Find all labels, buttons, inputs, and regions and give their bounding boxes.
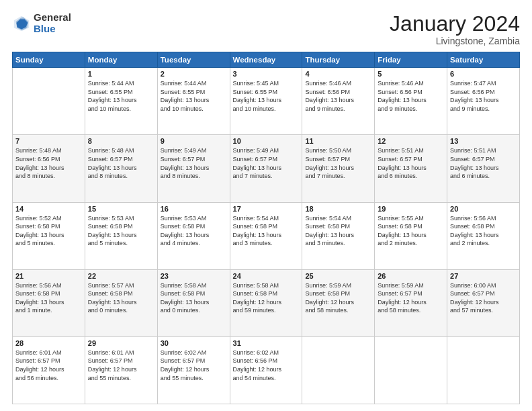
table-row: 2Sunrise: 5:44 AM Sunset: 6:55 PM Daylig… bbox=[157, 68, 230, 135]
table-row: 14Sunrise: 5:52 AM Sunset: 6:58 PM Dayli… bbox=[13, 202, 85, 269]
day-number: 8 bbox=[88, 137, 154, 145]
col-friday: Friday bbox=[375, 52, 447, 68]
day-number: 25 bbox=[305, 272, 371, 280]
calendar-header-row: Sunday Monday Tuesday Wednesday Thursday… bbox=[13, 52, 520, 68]
table-row: 11Sunrise: 5:50 AM Sunset: 6:57 PM Dayli… bbox=[302, 135, 375, 202]
day-number: 16 bbox=[161, 205, 227, 213]
logo-icon bbox=[12, 14, 31, 33]
day-number: 1 bbox=[88, 70, 154, 78]
table-row: 17Sunrise: 5:54 AM Sunset: 6:58 PM Dayli… bbox=[230, 202, 302, 269]
table-row: 10Sunrise: 5:49 AM Sunset: 6:57 PM Dayli… bbox=[230, 135, 302, 202]
day-info: Sunrise: 6:00 AM Sunset: 6:57 PM Dayligh… bbox=[450, 281, 517, 315]
table-row: 16Sunrise: 5:53 AM Sunset: 6:58 PM Dayli… bbox=[157, 202, 230, 269]
day-number: 19 bbox=[378, 205, 444, 213]
day-info: Sunrise: 6:01 AM Sunset: 6:57 PM Dayligh… bbox=[88, 349, 154, 382]
table-row: 12Sunrise: 5:51 AM Sunset: 6:57 PM Dayli… bbox=[375, 135, 447, 202]
logo-general: General bbox=[34, 12, 71, 24]
day-info: Sunrise: 5:54 AM Sunset: 6:58 PM Dayligh… bbox=[305, 214, 371, 248]
day-info: Sunrise: 5:46 AM Sunset: 6:56 PM Dayligh… bbox=[305, 79, 371, 113]
table-row: 24Sunrise: 5:58 AM Sunset: 6:58 PM Dayli… bbox=[230, 269, 302, 336]
table-row: 4Sunrise: 5:46 AM Sunset: 6:56 PM Daylig… bbox=[302, 68, 375, 135]
table-row: 7Sunrise: 5:48 AM Sunset: 6:56 PM Daylig… bbox=[13, 135, 85, 202]
calendar-week-row: 21Sunrise: 5:56 AM Sunset: 6:58 PM Dayli… bbox=[13, 269, 520, 336]
day-info: Sunrise: 5:49 AM Sunset: 6:57 PM Dayligh… bbox=[233, 146, 300, 180]
day-info: Sunrise: 5:50 AM Sunset: 6:57 PM Dayligh… bbox=[305, 146, 371, 180]
day-info: Sunrise: 5:44 AM Sunset: 6:55 PM Dayligh… bbox=[88, 79, 154, 113]
table-row: 18Sunrise: 5:54 AM Sunset: 6:58 PM Dayli… bbox=[302, 202, 375, 269]
day-info: Sunrise: 5:48 AM Sunset: 6:57 PM Dayligh… bbox=[88, 146, 154, 180]
day-info: Sunrise: 5:55 AM Sunset: 6:58 PM Dayligh… bbox=[378, 214, 444, 248]
table-row: 27Sunrise: 6:00 AM Sunset: 6:57 PM Dayli… bbox=[447, 269, 520, 336]
location: Livingstone, Zambia bbox=[390, 36, 520, 46]
table-row: 8Sunrise: 5:48 AM Sunset: 6:57 PM Daylig… bbox=[85, 135, 157, 202]
col-sunday: Sunday bbox=[13, 52, 85, 68]
day-info: Sunrise: 5:51 AM Sunset: 6:57 PM Dayligh… bbox=[378, 146, 444, 180]
day-info: Sunrise: 5:51 AM Sunset: 6:57 PM Dayligh… bbox=[450, 146, 517, 180]
table-row: 15Sunrise: 5:53 AM Sunset: 6:58 PM Dayli… bbox=[85, 202, 157, 269]
day-number: 31 bbox=[233, 339, 300, 347]
table-row: 5Sunrise: 5:46 AM Sunset: 6:56 PM Daylig… bbox=[375, 68, 447, 135]
table-row: 21Sunrise: 5:56 AM Sunset: 6:58 PM Dayli… bbox=[13, 269, 85, 336]
day-info: Sunrise: 5:45 AM Sunset: 6:55 PM Dayligh… bbox=[233, 79, 300, 113]
day-info: Sunrise: 5:57 AM Sunset: 6:58 PM Dayligh… bbox=[88, 281, 154, 315]
table-row bbox=[447, 336, 520, 404]
day-info: Sunrise: 6:01 AM Sunset: 6:57 PM Dayligh… bbox=[15, 349, 82, 382]
day-info: Sunrise: 5:56 AM Sunset: 6:58 PM Dayligh… bbox=[15, 281, 82, 315]
table-row: 13Sunrise: 5:51 AM Sunset: 6:57 PM Dayli… bbox=[447, 135, 520, 202]
day-number: 13 bbox=[450, 137, 517, 145]
table-row: 1Sunrise: 5:44 AM Sunset: 6:55 PM Daylig… bbox=[85, 68, 157, 135]
table-row: 20Sunrise: 5:56 AM Sunset: 6:58 PM Dayli… bbox=[447, 202, 520, 269]
calendar-week-row: 7Sunrise: 5:48 AM Sunset: 6:56 PM Daylig… bbox=[13, 135, 520, 202]
day-info: Sunrise: 5:44 AM Sunset: 6:55 PM Dayligh… bbox=[161, 79, 227, 113]
day-number: 11 bbox=[305, 137, 371, 145]
logo: General Blue bbox=[12, 12, 71, 34]
table-row: 29Sunrise: 6:01 AM Sunset: 6:57 PM Dayli… bbox=[85, 336, 157, 404]
table-row: 19Sunrise: 5:55 AM Sunset: 6:58 PM Dayli… bbox=[375, 202, 447, 269]
day-info: Sunrise: 5:58 AM Sunset: 6:58 PM Dayligh… bbox=[233, 281, 300, 315]
day-number: 6 bbox=[450, 70, 517, 78]
logo-text: General Blue bbox=[34, 12, 71, 34]
title-block: January 2024 Livingstone, Zambia bbox=[390, 12, 520, 46]
day-number: 12 bbox=[378, 137, 444, 145]
day-info: Sunrise: 5:53 AM Sunset: 6:58 PM Dayligh… bbox=[161, 214, 227, 248]
day-number: 22 bbox=[88, 272, 154, 280]
table-row: 23Sunrise: 5:58 AM Sunset: 6:58 PM Dayli… bbox=[157, 269, 230, 336]
day-info: Sunrise: 5:47 AM Sunset: 6:56 PM Dayligh… bbox=[450, 79, 517, 113]
calendar-week-row: 1Sunrise: 5:44 AM Sunset: 6:55 PM Daylig… bbox=[13, 68, 520, 135]
calendar-week-row: 28Sunrise: 6:01 AM Sunset: 6:57 PM Dayli… bbox=[13, 336, 520, 404]
page-header: General Blue January 2024 Livingstone, Z… bbox=[12, 12, 520, 46]
col-wednesday: Wednesday bbox=[230, 52, 302, 68]
day-info: Sunrise: 5:53 AM Sunset: 6:58 PM Dayligh… bbox=[88, 214, 154, 248]
day-info: Sunrise: 5:56 AM Sunset: 6:58 PM Dayligh… bbox=[450, 214, 517, 248]
table-row: 25Sunrise: 5:59 AM Sunset: 6:58 PM Dayli… bbox=[302, 269, 375, 336]
day-number: 26 bbox=[378, 272, 444, 280]
day-number: 10 bbox=[233, 137, 300, 145]
day-number: 5 bbox=[378, 70, 444, 78]
day-number: 7 bbox=[15, 137, 82, 145]
table-row: 22Sunrise: 5:57 AM Sunset: 6:58 PM Dayli… bbox=[85, 269, 157, 336]
table-row: 3Sunrise: 5:45 AM Sunset: 6:55 PM Daylig… bbox=[230, 68, 302, 135]
day-info: Sunrise: 5:59 AM Sunset: 6:57 PM Dayligh… bbox=[378, 281, 444, 315]
day-info: Sunrise: 5:48 AM Sunset: 6:56 PM Dayligh… bbox=[15, 146, 82, 180]
day-number: 29 bbox=[88, 339, 154, 347]
day-number: 9 bbox=[161, 137, 227, 145]
logo-blue: Blue bbox=[34, 24, 71, 35]
day-number: 20 bbox=[450, 205, 517, 213]
table-row bbox=[375, 336, 447, 404]
day-info: Sunrise: 6:02 AM Sunset: 6:56 PM Dayligh… bbox=[233, 349, 300, 382]
table-row: 28Sunrise: 6:01 AM Sunset: 6:57 PM Dayli… bbox=[13, 336, 85, 404]
col-saturday: Saturday bbox=[447, 52, 520, 68]
day-number: 23 bbox=[161, 272, 227, 280]
day-info: Sunrise: 5:59 AM Sunset: 6:58 PM Dayligh… bbox=[305, 281, 371, 315]
day-info: Sunrise: 5:46 AM Sunset: 6:56 PM Dayligh… bbox=[378, 79, 444, 113]
day-number: 3 bbox=[233, 70, 300, 78]
table-row: 6Sunrise: 5:47 AM Sunset: 6:56 PM Daylig… bbox=[447, 68, 520, 135]
day-number: 4 bbox=[305, 70, 371, 78]
day-number: 17 bbox=[233, 205, 300, 213]
table-row: 30Sunrise: 6:02 AM Sunset: 6:57 PM Dayli… bbox=[157, 336, 230, 404]
table-row bbox=[302, 336, 375, 404]
day-info: Sunrise: 6:02 AM Sunset: 6:57 PM Dayligh… bbox=[161, 349, 227, 382]
day-number: 24 bbox=[233, 272, 300, 280]
day-number: 15 bbox=[88, 205, 154, 213]
day-info: Sunrise: 5:54 AM Sunset: 6:58 PM Dayligh… bbox=[233, 214, 300, 248]
